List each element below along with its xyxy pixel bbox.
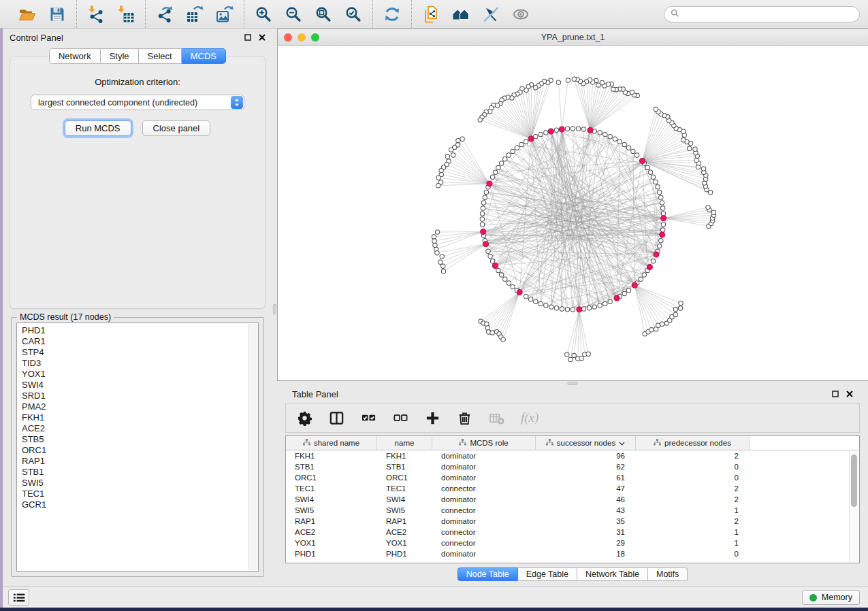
home-button[interactable] xyxy=(451,5,470,24)
table-row[interactable]: SWI4SWI4dominator462 xyxy=(286,494,859,505)
tab-select[interactable]: Select xyxy=(139,48,182,64)
export-image-button[interactable] xyxy=(215,5,234,24)
mcds-result-item[interactable]: STB1 xyxy=(22,467,258,478)
table-body: FKH1FKH1dominator962STB1STB1dominator620… xyxy=(286,450,859,563)
export-table-button[interactable] xyxy=(185,5,204,24)
search-field[interactable] xyxy=(664,6,860,22)
result-list-scrollbar[interactable] xyxy=(248,324,257,570)
table-cell: 43 xyxy=(536,505,636,516)
column-header-name[interactable]: name xyxy=(377,436,432,450)
mcds-result-item[interactable]: SRD1 xyxy=(22,391,258,401)
table-row[interactable]: ACE2ACE2connector311 xyxy=(286,527,859,538)
network-graph[interactable] xyxy=(278,46,868,380)
splitter-grip[interactable] xyxy=(273,304,276,314)
zoom-selected-button[interactable] xyxy=(344,5,363,24)
mcds-result-item[interactable]: YOX1 xyxy=(22,369,258,380)
mcds-result-item[interactable]: TEC1 xyxy=(22,489,258,499)
run-mcds-button[interactable]: Run MCDS xyxy=(65,120,131,136)
eye-button[interactable] xyxy=(511,5,530,24)
select-all-rows-button[interactable] xyxy=(361,408,376,427)
search-input[interactable] xyxy=(683,10,853,19)
table-scrollbar[interactable] xyxy=(849,451,858,562)
table-row[interactable]: TEC1TEC1connector472 xyxy=(286,483,859,494)
mcds-result-item[interactable]: SWI5 xyxy=(22,478,258,489)
column-header-predecessor-nodes[interactable]: predecessor nodes xyxy=(636,436,750,450)
mcds-result-item[interactable]: STB5 xyxy=(22,434,258,445)
minimize-window-icon[interactable] xyxy=(298,33,306,42)
horizontal-splitter[interactable] xyxy=(277,381,868,385)
column-header-mcds-role[interactable]: MCDS role xyxy=(432,436,536,450)
close-control-panel-icon[interactable] xyxy=(259,34,266,41)
tab-node-table[interactable]: Node Table xyxy=(457,567,518,581)
close-window-icon[interactable] xyxy=(284,33,292,42)
table-row[interactable]: STB1STB1dominator620 xyxy=(286,461,859,472)
float-control-panel-icon[interactable] xyxy=(244,34,251,41)
mcds-result-item[interactable]: RAP1 xyxy=(22,456,258,467)
table-row[interactable]: ORC1ORC1dominator610 xyxy=(286,472,859,483)
mcds-result-item[interactable]: ORC1 xyxy=(22,445,258,456)
export-network-button[interactable] xyxy=(155,5,174,24)
zoom-out-icon xyxy=(285,5,302,23)
splitter-grip[interactable] xyxy=(568,382,578,385)
zoom-fit-button[interactable] xyxy=(314,5,333,24)
panel-menu-button[interactable] xyxy=(8,589,29,606)
table-cell: FKH1 xyxy=(377,450,432,461)
document-network-button[interactable] xyxy=(421,5,440,24)
column-label: shared name xyxy=(314,439,359,447)
add-row-button[interactable] xyxy=(425,408,440,427)
deselect-all-rows-button[interactable] xyxy=(393,408,408,427)
memory-label: Memory xyxy=(822,593,852,602)
column-header-successor-nodes[interactable]: successor nodes xyxy=(536,436,636,450)
close-table-panel-icon[interactable] xyxy=(846,391,853,397)
header-filler xyxy=(750,436,859,450)
mcds-result-item[interactable]: CAR1 xyxy=(22,336,258,347)
mcds-result-item[interactable]: FKH1 xyxy=(22,412,258,423)
tab-motifs[interactable]: Motifs xyxy=(648,567,688,581)
close-panel-button[interactable]: Close panel xyxy=(142,120,211,136)
tab-network[interactable]: Network xyxy=(49,48,101,64)
mcds-result-item[interactable]: GCR1 xyxy=(22,499,258,510)
control-panel-titlebar: Control Panel xyxy=(3,29,272,46)
memory-button[interactable]: Memory xyxy=(802,590,860,605)
mcds-result-list[interactable]: PHD1CAR1STP4TID3YOX1SWI4SRD1PMA2FKH1ACE2… xyxy=(16,323,259,572)
zoom-in-icon xyxy=(255,5,272,23)
refresh-view-button[interactable] xyxy=(383,5,402,24)
show-columns-button[interactable] xyxy=(329,408,344,427)
table-cell: 35 xyxy=(536,516,636,527)
table-row[interactable]: PHD1PHD1dominator180 xyxy=(286,548,859,559)
save-session-button[interactable] xyxy=(48,5,67,24)
mcds-result-item[interactable]: PMA2 xyxy=(22,401,258,412)
table-cell: dominator xyxy=(432,516,536,527)
optimization-criterion-select[interactable]: largest connected component (undirected) xyxy=(31,95,244,110)
network-view[interactable] xyxy=(278,46,868,380)
table-cell: 0 xyxy=(636,472,750,483)
table-row[interactable]: SWI5SWI5connector431 xyxy=(286,505,859,516)
mcds-result-item[interactable]: SWI4 xyxy=(22,380,258,391)
mcds-result-item[interactable]: TID3 xyxy=(22,358,258,369)
vertical-splitter[interactable] xyxy=(272,29,277,587)
tab-mcds[interactable]: MCDS xyxy=(182,48,226,64)
settings-button[interactable] xyxy=(297,408,312,427)
network-window-titlebar[interactable]: YPA_prune.txt_1 xyxy=(278,29,868,46)
delete-row-button[interactable] xyxy=(457,408,472,427)
zoom-in-button[interactable] xyxy=(254,5,273,24)
zoom-selected-icon xyxy=(344,5,362,23)
import-table-button[interactable] xyxy=(116,5,135,24)
column-header-shared-name[interactable]: shared name xyxy=(286,436,377,450)
mcds-result-item[interactable]: STP4 xyxy=(22,347,258,358)
import-network-button[interactable] xyxy=(86,5,106,24)
mcds-result-item[interactable]: ACE2 xyxy=(22,423,258,434)
zoom-out-button[interactable] xyxy=(284,5,303,24)
float-table-panel-icon[interactable] xyxy=(832,391,839,397)
pen-slash-button[interactable] xyxy=(481,5,500,24)
table-row[interactable]: FKH1FKH1dominator962 xyxy=(286,450,859,461)
scrollbar-thumb[interactable] xyxy=(851,455,857,507)
tab-style[interactable]: Style xyxy=(101,48,139,64)
open-file-button[interactable] xyxy=(18,5,37,24)
maximize-window-icon[interactable] xyxy=(311,33,319,42)
mcds-result-item[interactable]: PHD1 xyxy=(22,325,258,336)
table-row[interactable]: RAP1RAP1dominator352 xyxy=(286,516,859,527)
table-row[interactable]: YOX1YOX1connector291 xyxy=(286,538,859,548)
tab-network-table[interactable]: Network Table xyxy=(577,567,648,581)
tab-edge-table[interactable]: Edge Table xyxy=(518,567,577,581)
